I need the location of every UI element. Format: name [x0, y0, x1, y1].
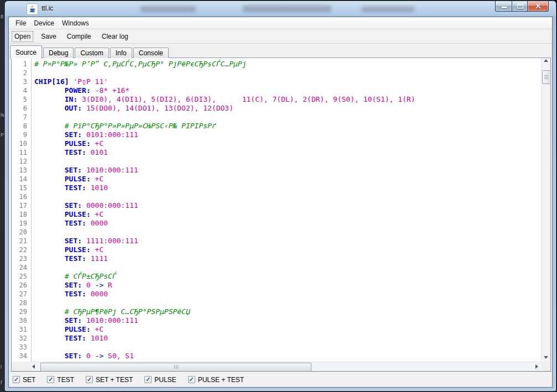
checkbox-pulse-test[interactable]: ✓PULSE + TEST — [188, 376, 244, 384]
background-text-fragment: f — [1, 380, 2, 385]
minimize-icon — [502, 7, 507, 8]
code-keyword: POWER: — [34, 86, 91, 95]
menu-file[interactable]: File — [12, 18, 30, 28]
source-editor-panel: 1# Р¤Р°Р№Р» Р‘Р” С‚РµСЃС‚РµСЂР° РјРёРєСЂ… — [11, 58, 551, 372]
titlebar-glass-reflection — [140, 6, 196, 12]
arrow-up-icon — [544, 59, 548, 62]
scroll-up-button[interactable] — [542, 58, 550, 67]
restore-button[interactable] — [512, 1, 527, 12]
checkbox-test[interactable]: ✓TEST — [47, 376, 74, 384]
code-text: SET: 1010:000:111 — [34, 316, 138, 325]
code-text: SET: 0101:000:111 — [34, 130, 138, 139]
background-text-fragment: P — [1, 133, 4, 138]
clear-log-button[interactable]: Clear log — [99, 31, 131, 42]
checkbox-box[interactable]: ✓ — [13, 376, 20, 383]
code-value: 0000 — [86, 219, 108, 227]
checkbox-label: SET + TEST — [96, 376, 133, 384]
code-line: 30 SET: 1010:000:111 — [12, 316, 541, 325]
code-keyword: SET: — [34, 352, 82, 360]
code-text: OUT: 15(DO0), 14(DO1), 13(DO2), 12(DO3) — [34, 104, 233, 113]
code-line: 8 # РїР°СЂР°Р»Р»РµР»СЊРЅС‹Р№ РІРІРѕРґ — [12, 122, 541, 130]
tab-custom[interactable]: Custom — [75, 48, 108, 58]
vertical-scroll-thumb[interactable] — [542, 70, 551, 84]
java-app-icon — [27, 3, 38, 15]
tab-source[interactable]: Source — [10, 45, 42, 59]
code-line: 11 TEST: 0101 — [12, 148, 541, 157]
code-value: R — [103, 281, 112, 289]
tab-info[interactable]: Info — [110, 48, 132, 58]
code-line: 25 # СЃР±СЂРѕСЃ — [12, 272, 541, 281]
code-value: 3(DI0), 4(DI1), 5(DI2), 6(DI3), 11(C), 7… — [77, 95, 415, 103]
code-keyword: SET: — [34, 281, 82, 289]
code-line: 5 IN: 3(DI0), 4(DI1), 5(DI2), 6(DI3), 11… — [12, 95, 541, 104]
code-text: PULSE: +C — [34, 245, 103, 254]
code-text: # Р¤Р°Р№Р» Р‘Р” С‚РµСЃС‚РµСЂР° РјРёРєСЂР… — [34, 60, 247, 69]
background-text-fragment: ls — [1, 113, 4, 118]
open-button[interactable]: Open — [12, 31, 33, 42]
tab-console[interactable]: Console — [133, 48, 169, 58]
checkbox-set[interactable]: ✓SET — [13, 376, 35, 384]
checkbox-box[interactable]: ✓ — [47, 376, 54, 383]
code-line: 20 — [12, 228, 541, 237]
code-line: 31 PULSE: +C — [12, 325, 541, 334]
code-text: TEST: 1111 — [34, 254, 108, 263]
menu-windows[interactable]: Windows — [58, 18, 93, 28]
code-line: 7 — [12, 113, 541, 122]
code-value: 0101:000:111 — [82, 130, 138, 139]
scroll-down-button[interactable] — [542, 353, 550, 362]
code-operator: -> — [95, 352, 104, 360]
code-keyword: PULSE: — [34, 245, 91, 254]
code-text: PULSE: +C — [34, 175, 103, 184]
code-keyword: SET: — [34, 237, 82, 245]
arrow-down-icon — [544, 356, 548, 359]
code-value: 1111:000:111 — [82, 237, 138, 245]
code-keyword: SET: — [34, 166, 82, 174]
vertical-scrollbar[interactable] — [541, 58, 550, 362]
code-value: +C — [91, 245, 103, 254]
code-operator: -> — [95, 281, 104, 289]
code-keyword: TEST: — [34, 219, 86, 227]
scroll-right-button[interactable] — [532, 362, 541, 371]
checkbox-box[interactable]: ✓ — [144, 376, 152, 383]
code-keyword: TEST: — [34, 148, 86, 156]
restore-icon — [517, 4, 523, 9]
code-text: PULSE: +C — [34, 210, 103, 219]
code-comment: # СЂРµР¶РёРј С…СЂР°РЅРµРЅРёСЏ — [34, 307, 190, 316]
code-value: 'Р▯Р 11' — [73, 77, 108, 86]
code-text: PULSE: +C — [34, 139, 103, 148]
code-value: 0000 — [86, 290, 108, 298]
code-line: 3CHIP[16] 'Р▯Р 11' — [12, 77, 541, 86]
code-text: CHIP[16] 'Р▯Р 11' — [34, 77, 108, 86]
code-keyword: PULSE: — [34, 139, 91, 148]
menu-device[interactable]: Device — [30, 18, 58, 28]
checkbox-pulse[interactable]: ✓PULSE — [144, 376, 176, 384]
code-line: 24 — [12, 263, 541, 272]
compile-button[interactable]: Compile — [64, 31, 94, 42]
code-value: +C — [91, 325, 103, 333]
checkbox-set-test[interactable]: ✓SET + TEST — [86, 376, 133, 384]
horizontal-scroll-thumb[interactable] — [40, 363, 311, 372]
code-line: 29 # СЂРµР¶РёРј С…СЂР°РЅРµРЅРёСЏ — [12, 307, 541, 316]
code-text: SET: 1010:000:111 — [34, 166, 138, 175]
code-line: 1# Р¤Р°Р№Р» Р‘Р” С‚РµСЃС‚РµСЂР° РјРёРєСЂ… — [12, 60, 541, 69]
code-text: SET: 0000:000:111 — [34, 201, 138, 210]
code-line: 9 SET: 0101:000:111 — [12, 130, 541, 139]
minimize-button[interactable] — [495, 1, 512, 12]
status-bar: ✓SET✓TEST✓SET + TEST✓PULSE✓PULSE + TEST — [9, 372, 552, 387]
code-keyword: SET: — [34, 130, 82, 139]
code-line: 4 POWER: -8* +16* — [12, 86, 541, 95]
save-button[interactable]: Save — [38, 31, 59, 42]
tab-debug[interactable]: Debug — [43, 48, 74, 58]
close-button[interactable] — [527, 1, 549, 12]
scroll-left-button[interactable] — [31, 362, 40, 371]
horizontal-scrollbar[interactable] — [31, 362, 541, 371]
code-text: TEST: 0000 — [34, 219, 108, 228]
app-window: ttl.ic FileDeviceWindows OpenSaveCompile… — [4, 1, 556, 391]
title-bar[interactable]: ttl.ic — [5, 1, 556, 16]
checkbox-box[interactable]: ✓ — [188, 376, 195, 383]
code-line: 14 PULSE: +C — [12, 175, 541, 184]
code-text: SET: 0 -> S0, S1 — [34, 352, 134, 360]
code-editor[interactable]: 1# Р¤Р°Р№Р» Р‘Р” С‚РµСЃС‚РµСЂР° РјРёРєСЂ… — [12, 58, 541, 362]
checkbox-box[interactable]: ✓ — [86, 376, 93, 383]
arrow-right-icon — [535, 364, 538, 369]
